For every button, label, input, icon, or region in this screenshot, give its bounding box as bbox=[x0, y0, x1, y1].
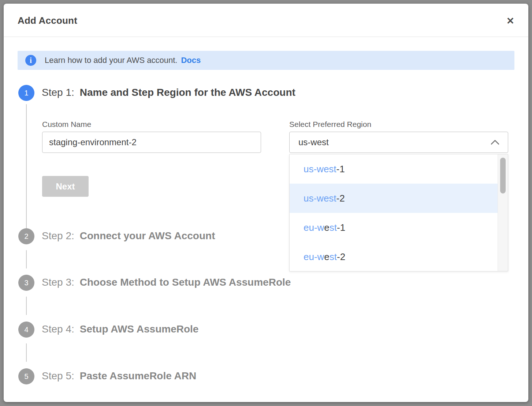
dropdown-scrollbar-thumb[interactable] bbox=[500, 158, 506, 193]
dropdown-scrollbar-track[interactable] bbox=[498, 154, 508, 271]
info-icon: i bbox=[25, 55, 36, 66]
next-button[interactable]: Next bbox=[42, 176, 89, 197]
region-select-input[interactable] bbox=[290, 137, 490, 147]
region-dropdown-options: us-west-1us-west-2eu-west-1eu-west-2 bbox=[290, 154, 498, 271]
option-rest-text: -1 bbox=[337, 222, 345, 233]
step-2-heading: Connect your AWS Account bbox=[80, 230, 215, 241]
step-1-circle: 1 bbox=[18, 85, 34, 101]
step-1-title: Step 1:Name and Step Region for the AWS … bbox=[42, 87, 295, 98]
custom-name-label: Custom Name bbox=[42, 120, 91, 129]
docs-link[interactable]: Docs bbox=[181, 56, 201, 65]
step-3-title: Step 3:Choose Method to Setup AWS Assume… bbox=[42, 277, 291, 288]
region-option[interactable]: us-west-2 bbox=[290, 184, 498, 213]
step-2-circle: 2 bbox=[18, 228, 34, 244]
step-2-title: Step 2:Connect your AWS Account bbox=[42, 230, 215, 242]
option-match-text: us-west bbox=[304, 193, 336, 204]
close-icon[interactable]: ✕ bbox=[504, 15, 517, 27]
step-2-label: Step 2: bbox=[42, 230, 74, 241]
option-rest-text: e bbox=[324, 222, 329, 233]
step-connector bbox=[26, 343, 27, 362]
option-match-text: st bbox=[330, 251, 337, 263]
region-select[interactable] bbox=[289, 132, 508, 153]
region-label: Select Preferred Region bbox=[289, 120, 371, 129]
step-5-heading: Paste AssumeRole ARN bbox=[80, 370, 196, 381]
banner-text: Learn how to add your AWS account. bbox=[45, 56, 177, 65]
option-rest-text: -2 bbox=[337, 251, 345, 263]
chevron-up-icon bbox=[490, 139, 500, 145]
step-4-heading: Setup AWS AssumeRole bbox=[80, 323, 199, 335]
region-option[interactable]: eu-west-2 bbox=[290, 242, 498, 271]
step-5-circle: 5 bbox=[18, 368, 34, 384]
region-option[interactable]: eu-west-1 bbox=[290, 213, 498, 242]
option-rest-text: -2 bbox=[336, 193, 345, 204]
step-4-label: Step 4: bbox=[42, 323, 74, 335]
header-divider bbox=[4, 37, 528, 37]
step-3-circle: 3 bbox=[18, 275, 34, 291]
option-match-text: st bbox=[330, 222, 337, 233]
option-match-text: us-west bbox=[304, 163, 336, 175]
option-match-text: eu-w bbox=[304, 251, 324, 263]
step-3-heading: Choose Method to Setup AWS AssumeRole bbox=[80, 277, 291, 288]
step-1-heading: Name and Step Region for the AWS Account bbox=[80, 87, 295, 98]
option-match-text: eu-w bbox=[304, 222, 324, 233]
step-4-circle: 4 bbox=[18, 322, 34, 338]
step-connector bbox=[26, 104, 27, 228]
step-1-label: Step 1: bbox=[42, 87, 74, 98]
region-option[interactable]: us-west-1 bbox=[290, 154, 498, 184]
region-dropdown: us-west-1us-west-2eu-west-1eu-west-2 bbox=[289, 154, 508, 271]
step-5-title: Step 5:Paste AssumeRole ARN bbox=[42, 370, 196, 382]
custom-name-input[interactable] bbox=[42, 132, 261, 153]
add-account-modal: Add Account ✕ i Learn how to add your AW… bbox=[4, 4, 528, 402]
info-banner: i Learn how to add your AWS account. Doc… bbox=[18, 51, 514, 70]
step-connector bbox=[26, 297, 27, 315]
step-3-label: Step 3: bbox=[42, 277, 74, 288]
option-rest-text: e bbox=[324, 251, 329, 263]
step-connector bbox=[26, 250, 27, 268]
option-rest-text: -1 bbox=[336, 163, 345, 175]
modal-title: Add Account bbox=[18, 15, 77, 26]
step-5-label: Step 5: bbox=[42, 370, 74, 381]
step-4-title: Step 4:Setup AWS AssumeRole bbox=[42, 323, 198, 335]
